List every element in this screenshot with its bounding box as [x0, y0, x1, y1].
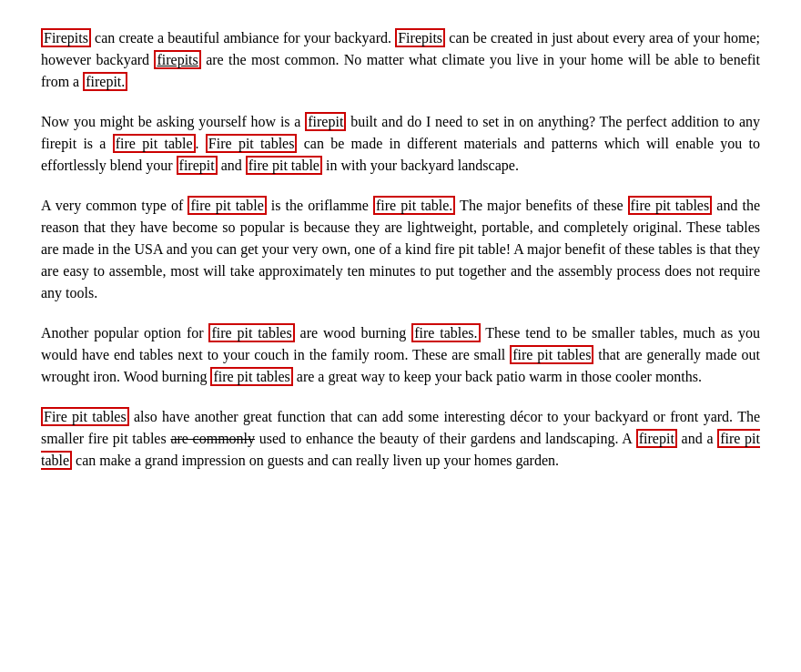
- text-segment: and: [218, 158, 246, 173]
- highlighted-term: fire tables.: [411, 323, 480, 342]
- highlighted-term: fire pit tables: [510, 345, 593, 364]
- text-segment: is the oriflamme: [267, 198, 373, 213]
- text-segment: Now you might be asking yourself how is …: [41, 114, 305, 129]
- text-segment: The major benefits of these: [455, 198, 627, 213]
- highlighted-term: firepit.: [83, 72, 127, 91]
- highlighted-term: firepit: [177, 156, 218, 175]
- highlighted-term: Fire pit tables: [206, 134, 298, 153]
- text-segment: A very common type of: [41, 198, 188, 213]
- text-segment: Another popular option for: [41, 325, 208, 341]
- highlighted-term: fire pit tables: [210, 367, 292, 386]
- paragraph-para3: A very common type of fire pit table is …: [41, 195, 760, 304]
- text-segment: .: [196, 136, 206, 151]
- highlighted-term: fire pit table.: [373, 196, 455, 215]
- strikethrough-text: are commonly: [170, 431, 255, 446]
- text-segment: are wood burning: [295, 325, 411, 341]
- text-segment: are a great way to keep your back patio …: [293, 369, 702, 384]
- highlighted-term: fire pit table: [246, 156, 322, 175]
- highlighted-term: fire pit table: [113, 134, 196, 153]
- text-segment: can create a beautiful ambiance for your…: [91, 30, 395, 46]
- highlighted-underlined-term: firepits: [154, 50, 200, 69]
- highlighted-term: Fire pit tables: [41, 407, 129, 426]
- paragraph-para4: Another popular option for fire pit tabl…: [41, 322, 760, 388]
- text-segment: in with your backyard landscape.: [322, 158, 519, 173]
- highlighted-term: Firepits: [41, 28, 91, 47]
- paragraph-para5: Fire pit tables also have another great …: [41, 406, 760, 472]
- highlighted-term: firepit: [305, 112, 346, 131]
- paragraph-para2: Now you might be asking yourself how is …: [41, 111, 760, 177]
- text-segment: and a: [677, 431, 717, 446]
- highlighted-term: fire pit table: [188, 196, 266, 215]
- text-segment: can make a grand impression on guests an…: [72, 453, 559, 468]
- highlighted-term: firepit: [636, 429, 677, 448]
- highlighted-term: fire pit tables: [628, 196, 713, 215]
- text-segment: used to enhance the beauty of their gard…: [255, 431, 636, 446]
- highlighted-term: fire pit tables: [208, 323, 294, 342]
- content-area: Firepits can create a beautiful ambiance…: [41, 27, 760, 472]
- highlighted-term: Firepits: [395, 28, 445, 47]
- paragraph-para1: Firepits can create a beautiful ambiance…: [41, 27, 760, 93]
